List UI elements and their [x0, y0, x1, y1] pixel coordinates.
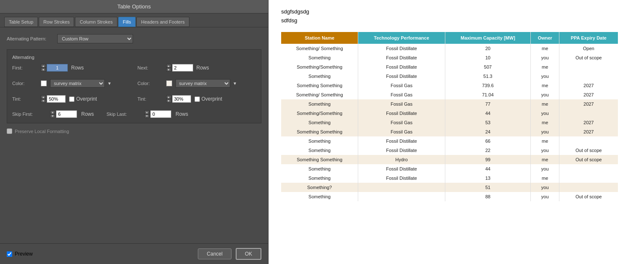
color1-swatch[interactable] [41, 80, 47, 86]
table-row: SomethingFossil Gas77me2027 [281, 99, 618, 109]
skip-section: Skip First: ▲ ▼ Rows Skip Last: ▲ ▼ [12, 110, 256, 118]
cell-ppa [559, 173, 618, 183]
next-spinner-down[interactable]: ▼ [166, 68, 171, 72]
skip-last-down[interactable]: ▼ [144, 114, 149, 118]
tab-row-strokes[interactable]: Row Strokes [39, 17, 74, 27]
preview-checkbox[interactable] [7, 251, 12, 257]
next-spinner-up[interactable]: ▲ [166, 64, 171, 68]
skip-first-down[interactable]: ▼ [50, 114, 55, 118]
next-spinner: ▲ ▼ [166, 64, 193, 72]
cell-station: Something Something [281, 127, 358, 136]
cell-owner: me [531, 173, 559, 183]
tab-table-setup[interactable]: Table Setup [4, 17, 38, 27]
first-spinner-arrows: ▲ ▼ [41, 64, 46, 72]
skip-last-spinner: ▲ ▼ [144, 110, 171, 118]
skip-last-up[interactable]: ▲ [144, 110, 149, 114]
skip-last-input[interactable] [150, 110, 171, 118]
color2-swatch[interactable] [166, 80, 172, 86]
cell-owner: me [531, 99, 559, 109]
cell-owner: you [531, 164, 559, 173]
first-spinner-up[interactable]: ▲ [41, 64, 46, 68]
skip-first-spinner-arrows: ▲ ▼ [50, 110, 55, 118]
overprint1-wrap: Overprint [69, 96, 97, 102]
tint1-spinner-up[interactable]: ▲ [41, 95, 46, 99]
cancel-button[interactable]: Cancel [198, 248, 231, 259]
tab-headers-footers[interactable]: Headers and Footers [136, 17, 189, 27]
cell-tech [358, 183, 445, 192]
tint2-spinner-up[interactable]: ▲ [166, 95, 171, 99]
table-row: Something/SomethingFossil Distillate507m… [281, 62, 618, 72]
first-spinner-down[interactable]: ▼ [41, 68, 46, 72]
cell-owner: you [531, 192, 559, 201]
skip-first-up[interactable]: ▲ [50, 110, 55, 114]
cell-capacity: 13 [445, 173, 531, 183]
alternating-pattern-dropdown[interactable]: Custom Row [57, 34, 133, 43]
color2-row: Color: survey matrix ▾ [138, 79, 256, 88]
cell-owner: you [531, 127, 559, 136]
cell-ppa: 2027 [559, 90, 618, 99]
cell-station: Something [281, 164, 358, 173]
table-row: Something/SomethingFossil Distillate44yo… [281, 109, 618, 118]
color2-dropdown[interactable]: survey matrix [176, 79, 230, 88]
cell-tech: Fossil Gas [358, 90, 445, 99]
footer-left: Preview [7, 251, 194, 257]
cell-station: Something [281, 72, 358, 81]
cell-tech: Fossil Distillate [358, 136, 445, 146]
tint1-label: Tint: [12, 96, 37, 101]
cell-ppa [559, 136, 618, 146]
cell-ppa [559, 72, 618, 81]
table-row: Something/ SomethingFossil Distillate20m… [281, 44, 618, 53]
tint1-spinner-down[interactable]: ▼ [41, 99, 46, 103]
tint1-spinner: ▲ ▼ [41, 95, 66, 103]
cell-capacity: 88 [445, 192, 531, 201]
cell-ppa: Open [559, 44, 618, 53]
tab-column-strokes[interactable]: Column Strokes [75, 17, 117, 27]
cell-station: Something [281, 53, 358, 62]
overprint2-checkbox[interactable] [194, 96, 200, 102]
cell-owner: you [531, 183, 559, 192]
cell-ppa [559, 62, 618, 72]
cell-ppa: Out of scope [559, 192, 618, 201]
cell-capacity: 10 [445, 53, 531, 62]
next-rows-row: Next: ▲ ▼ Rows [138, 64, 256, 72]
skip-first-input[interactable] [56, 110, 77, 118]
cell-capacity: 44 [445, 109, 531, 118]
next-label: Next: [138, 65, 163, 70]
table-row: Something?51you [281, 183, 618, 192]
preview-label: Preview [15, 251, 33, 257]
cell-tech: Fossil Gas [358, 81, 445, 90]
overprint1-label: Overprint [76, 96, 97, 102]
tab-fills[interactable]: Fills [118, 17, 136, 27]
preserve-label: Preserve Local Formatting [15, 129, 69, 134]
cell-tech: Fossil Distillate [358, 164, 445, 173]
table-row: SomethingFossil Distillate10youOut of sc… [281, 53, 618, 62]
overprint1-checkbox[interactable] [69, 96, 75, 102]
next-rows-input[interactable] [172, 64, 193, 72]
cell-ppa: 2027 [559, 99, 618, 109]
ok-button[interactable]: OK [236, 248, 261, 260]
color1-label: Color: [12, 81, 37, 86]
preserve-checkbox[interactable] [7, 128, 12, 134]
tint2-input[interactable] [172, 95, 191, 103]
dialog-title: Table Options [0, 0, 268, 13]
tint1-input[interactable] [47, 95, 66, 103]
cell-capacity: 66 [445, 136, 531, 146]
color1-dropdown[interactable]: survey matrix [50, 79, 105, 88]
cell-capacity: 739.6 [445, 81, 531, 90]
cell-owner: you [531, 90, 559, 99]
cell-capacity: 20 [445, 44, 531, 53]
cell-ppa: Out of scope [559, 155, 618, 164]
cell-capacity: 99 [445, 155, 531, 164]
cell-capacity: 44 [445, 164, 531, 173]
cell-tech: Fossil Distillate [358, 44, 445, 53]
header-station: Station Name [281, 32, 358, 44]
tint2-spinner-down[interactable]: ▼ [166, 99, 171, 103]
first-rows-input[interactable] [47, 64, 68, 72]
document-content: sdgfsdgsdg sdfdsg Station Name Technolog… [269, 0, 644, 264]
table-row: Something/ SomethingFossil Gas71.04you20… [281, 90, 618, 99]
next-spinner-arrows: ▲ ▼ [166, 64, 171, 72]
skip-last-label: Skip Last: [106, 112, 140, 117]
color2-dropdown-arrow: ▾ [234, 80, 236, 86]
cell-ppa: 2027 [559, 81, 618, 90]
cell-ppa: Out of scope [559, 53, 618, 62]
